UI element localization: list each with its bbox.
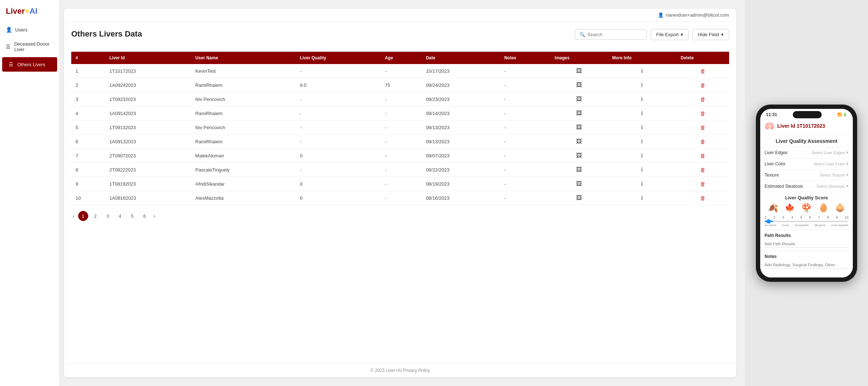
cell-images[interactable]: 🖼 bbox=[550, 163, 608, 177]
sidebar-item-deceased-donor-liver[interactable]: ☰ Deceased Donor Liver bbox=[0, 37, 59, 56]
cell-date: 09/14/2023 bbox=[422, 106, 500, 120]
cell-more-info[interactable]: ℹ bbox=[608, 120, 676, 135]
cell-delete[interactable]: 🗑 bbox=[676, 177, 729, 191]
delete-icon[interactable]: 🗑 bbox=[700, 82, 706, 88]
delete-icon[interactable]: 🗑 bbox=[700, 139, 706, 145]
cell-more-info[interactable]: ℹ bbox=[608, 78, 676, 92]
images-icon[interactable]: 🖼 bbox=[576, 138, 582, 144]
table-toolbar: 🔍 File Export ▾ Hide Field ▾ bbox=[575, 29, 729, 40]
liver-edges-select[interactable]: Select Liver Edges ▾ bbox=[812, 150, 848, 155]
info-icon[interactable]: ℹ bbox=[641, 82, 643, 88]
search-box[interactable]: 🔍 bbox=[575, 29, 647, 40]
delete-icon[interactable]: 🗑 bbox=[700, 181, 706, 187]
delete-icon[interactable]: 🗑 bbox=[700, 68, 706, 74]
info-icon[interactable]: ℹ bbox=[641, 124, 643, 130]
info-icon[interactable]: ℹ bbox=[641, 152, 643, 158]
cell-images[interactable]: 🖼 bbox=[550, 106, 608, 120]
info-icon[interactable]: ℹ bbox=[641, 138, 643, 144]
cell-delete[interactable]: 🗑 bbox=[676, 135, 729, 149]
images-icon[interactable]: 🖼 bbox=[576, 152, 582, 158]
delete-icon[interactable]: 🗑 bbox=[700, 124, 706, 131]
score-num-10: 10 bbox=[845, 216, 848, 219]
cell-notes: - bbox=[500, 177, 550, 191]
cell-images[interactable]: 🖼 bbox=[550, 149, 608, 163]
images-icon[interactable]: 🖼 bbox=[576, 110, 582, 116]
cell-more-info[interactable]: ℹ bbox=[608, 149, 676, 163]
page-btn-1[interactable]: 1 bbox=[78, 211, 88, 221]
cell-delete[interactable]: 🗑 bbox=[676, 149, 729, 163]
notes-input[interactable] bbox=[765, 261, 848, 269]
search-input[interactable] bbox=[587, 32, 642, 37]
info-icon[interactable]: ℹ bbox=[641, 96, 643, 102]
sidebar-item-users[interactable]: 👤 Users bbox=[0, 22, 59, 37]
page-btn-3[interactable]: 3 bbox=[103, 211, 113, 221]
cell-delete[interactable]: 🗑 bbox=[676, 120, 729, 135]
cell-more-info[interactable]: ℹ bbox=[608, 177, 676, 191]
images-icon[interactable]: 🖼 bbox=[576, 166, 582, 173]
info-icon[interactable]: ℹ bbox=[641, 68, 643, 74]
cell-images[interactable]: 🖼 bbox=[550, 92, 608, 106]
cell-more-info[interactable]: ℹ bbox=[608, 163, 676, 177]
delete-icon[interactable]: 🗑 bbox=[700, 110, 706, 116]
cell-age: - bbox=[380, 106, 421, 120]
hide-field-button[interactable]: Hide Field ▾ bbox=[692, 29, 729, 40]
steatosis-select[interactable]: Select Steatosis ▾ bbox=[816, 184, 848, 188]
cell-notes: - bbox=[500, 163, 550, 177]
info-icon[interactable]: ℹ bbox=[641, 181, 643, 187]
delete-icon[interactable]: 🗑 bbox=[700, 167, 706, 173]
cell-delete[interactable]: 🗑 bbox=[676, 92, 729, 106]
pagination-next[interactable]: › bbox=[152, 212, 157, 220]
cell-age: - bbox=[380, 191, 421, 205]
cell-delete[interactable]: 🗑 bbox=[676, 163, 729, 177]
steatosis-chevron-icon: ▾ bbox=[846, 184, 848, 188]
file-export-label: File Export bbox=[656, 32, 678, 37]
table-row: 5 1T09132023 Niv Pencovich - - 09/13/202… bbox=[71, 120, 729, 135]
info-icon[interactable]: ℹ bbox=[641, 110, 643, 116]
cell-delete[interactable]: 🗑 bbox=[676, 106, 729, 120]
cell-delete[interactable]: 🗑 bbox=[676, 64, 729, 78]
page-btn-6[interactable]: 6 bbox=[140, 211, 150, 221]
texture-select[interactable]: Select Texture ▾ bbox=[820, 173, 848, 177]
cell-delete[interactable]: 🗑 bbox=[676, 78, 729, 92]
file-export-button[interactable]: File Export ▾ bbox=[651, 29, 689, 40]
pagination-prev[interactable]: ‹ bbox=[71, 212, 76, 220]
path-results-input[interactable] bbox=[765, 240, 848, 248]
cell-more-info[interactable]: ℹ bbox=[608, 92, 676, 106]
cell-liver-id: 1A08162023 bbox=[105, 191, 191, 205]
liver-color-select[interactable]: Select Liver Color ▾ bbox=[813, 161, 848, 166]
images-icon[interactable]: 🖼 bbox=[576, 96, 582, 102]
cell-images[interactable]: 🖼 bbox=[550, 64, 608, 78]
cell-more-info[interactable]: ℹ bbox=[608, 135, 676, 149]
page-btn-5[interactable]: 5 bbox=[127, 211, 137, 221]
page-btn-4[interactable]: 4 bbox=[115, 211, 125, 221]
images-icon[interactable]: 🖼 bbox=[576, 181, 582, 187]
cell-images[interactable]: 🖼 bbox=[550, 120, 608, 135]
cell-liver-id: 1T09232023 bbox=[105, 92, 191, 106]
info-icon[interactable]: ℹ bbox=[641, 195, 643, 201]
delete-icon[interactable]: 🗑 bbox=[700, 195, 706, 201]
cell-user-name: MalekAlomari bbox=[191, 149, 295, 163]
hide-field-chevron-icon: ▾ bbox=[721, 32, 724, 37]
score-slider[interactable] bbox=[765, 221, 848, 222]
images-icon[interactable]: 🖼 bbox=[576, 82, 582, 88]
cell-date: 08/16/2023 bbox=[422, 191, 500, 205]
sidebar-label-deceased: Deceased Donor Liver bbox=[14, 41, 54, 52]
score-thumb bbox=[766, 219, 771, 224]
phone-screen: 11:31 📶 🔋 🫁 Liver Id 1T10172023 Liver Qu… bbox=[760, 109, 853, 277]
cell-delete[interactable]: 🗑 bbox=[676, 191, 729, 205]
cell-images[interactable]: 🖼 bbox=[550, 191, 608, 205]
sidebar-item-others-livers[interactable]: ☰ Others Livers bbox=[2, 57, 57, 72]
cell-more-info[interactable]: ℹ bbox=[608, 64, 676, 78]
delete-icon[interactable]: 🗑 bbox=[700, 96, 706, 102]
cell-images[interactable]: 🖼 bbox=[550, 177, 608, 191]
cell-more-info[interactable]: ℹ bbox=[608, 191, 676, 205]
cell-more-info[interactable]: ℹ bbox=[608, 106, 676, 120]
images-icon[interactable]: 🖼 bbox=[576, 124, 582, 130]
delete-icon[interactable]: 🗑 bbox=[700, 153, 706, 159]
info-icon[interactable]: ℹ bbox=[641, 166, 643, 173]
cell-images[interactable]: 🖼 bbox=[550, 78, 608, 92]
page-btn-2[interactable]: 2 bbox=[90, 211, 101, 221]
images-icon[interactable]: 🖼 bbox=[576, 68, 582, 74]
cell-images[interactable]: 🖼 bbox=[550, 135, 608, 149]
images-icon[interactable]: 🖼 bbox=[576, 195, 582, 201]
